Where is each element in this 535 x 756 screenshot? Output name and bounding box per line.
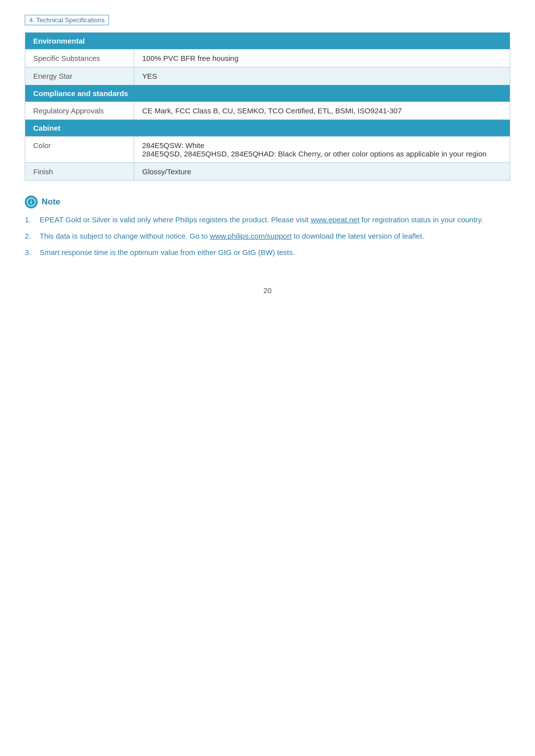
table-cell-label: Specific Substances — [25, 50, 134, 67]
table-cell-value: CE Mark, FCC Class B, CU, SEMKO, TCO Cer… — [134, 102, 510, 120]
spec-table: EnvironmentalSpecific Substances100% PVC… — [25, 32, 510, 181]
table-cell-label: Energy Star — [25, 67, 134, 85]
list-item-text: This data is subject to change without n… — [40, 232, 424, 240]
list-item: 3.Smart response time is the optimum val… — [25, 248, 510, 256]
list-item: 2.This data is subject to change without… — [25, 232, 510, 240]
table-row: FinishGlossy/Texture — [25, 163, 510, 181]
breadcrumb: 4. Technical Specifications — [25, 15, 109, 25]
note-header: Note — [25, 196, 510, 208]
table-cell-value: 284E5QSW: White284E5QSD, 284E5QHSD, 284E… — [134, 137, 510, 163]
table-row: Specific Substances100% PVC BFR free hou… — [25, 50, 510, 67]
table-row: Regulatory ApprovalsCE Mark, FCC Class B… — [25, 102, 510, 120]
table-cell-value: YES — [134, 67, 510, 85]
list-item-text: Smart response time is the optimum value… — [40, 248, 295, 256]
list-item-number: 2. — [25, 232, 35, 240]
table-row: Color284E5QSW: White284E5QSD, 284E5QHSD,… — [25, 137, 510, 163]
table-cell-value: Glossy/Texture — [134, 163, 510, 181]
table-section-header: Compliance and standards — [25, 85, 510, 102]
note-list: 1.EPEAT Gold or Silver is valid only whe… — [25, 215, 510, 256]
table-section-header: Cabinet — [25, 120, 510, 137]
svg-rect-2 — [31, 201, 32, 204]
table-section-header: Environmental — [25, 33, 510, 50]
page-number: 20 — [264, 286, 272, 295]
list-item-link[interactable]: www.epeat.net — [311, 215, 359, 224]
table-cell-value: 100% PVC BFR free housing — [134, 50, 510, 67]
list-item-number: 3. — [25, 248, 35, 256]
table-cell-label: Color — [25, 137, 134, 163]
table-cell-label: Finish — [25, 163, 134, 181]
list-item: 1.EPEAT Gold or Silver is valid only whe… — [25, 215, 510, 224]
list-item-link[interactable]: www.philips.com/support — [210, 232, 292, 240]
breadcrumb-label: 4. Technical Specifications — [29, 16, 105, 24]
list-item-text: EPEAT Gold or Silver is valid only where… — [40, 215, 483, 224]
note-icon — [25, 196, 38, 208]
note-section: Note 1.EPEAT Gold or Silver is valid onl… — [25, 196, 510, 256]
note-title: Note — [42, 197, 60, 207]
list-item-number: 1. — [25, 215, 35, 224]
svg-rect-1 — [31, 200, 32, 201]
table-cell-label: Regulatory Approvals — [25, 102, 134, 120]
page-footer: 20 — [25, 286, 510, 295]
table-row: Energy StarYES — [25, 67, 510, 85]
